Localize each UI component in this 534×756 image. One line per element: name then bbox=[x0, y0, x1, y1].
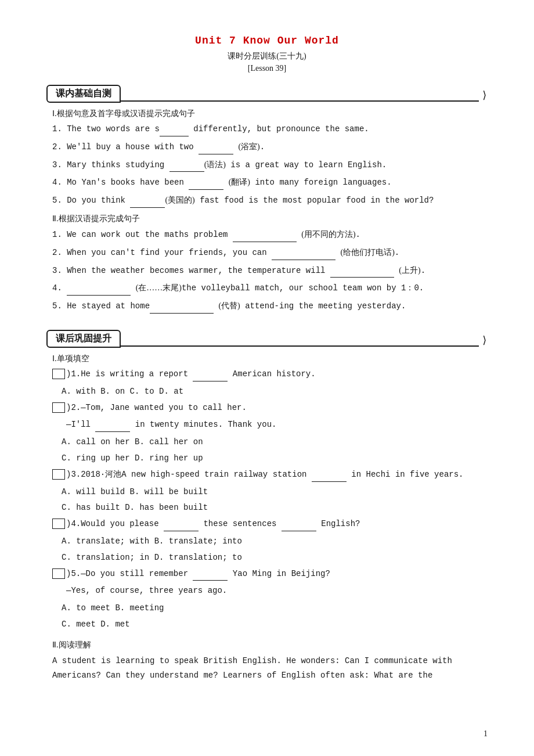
single-item5: )5.—Do you still remember Yao Ming in Be… bbox=[52, 567, 488, 581]
answer-box4[interactable] bbox=[52, 519, 65, 529]
partI-item1: 1. The two words are s differently, but … bbox=[52, 123, 488, 136]
partI-item3: 3. Mary thinks studying (语法) is a great … bbox=[52, 158, 488, 172]
blank1-4[interactable] bbox=[189, 182, 223, 190]
blank2-3[interactable] bbox=[330, 269, 394, 278]
blank-s4a[interactable] bbox=[164, 523, 199, 531]
single-item1: )1.He is writing a report American histo… bbox=[52, 368, 488, 381]
section1: 课内基础自测 ⟩ Ⅰ.根据句意及首字母或汉语提示完成句子 1. The two … bbox=[46, 85, 488, 314]
blank1-3[interactable] bbox=[169, 164, 204, 172]
options3a: A. will build B. will be built bbox=[52, 485, 488, 499]
partI-item4: 4. Mo Yan's books have been (翻译) into ma… bbox=[52, 175, 488, 190]
single-item2: )2.—Tom, Jane wanted you to call her. bbox=[52, 401, 488, 415]
options4a: A. translate; with B. translate; into bbox=[52, 535, 488, 549]
blank1-1[interactable] bbox=[160, 128, 189, 136]
single-item4: )4.Would you please these sentences Engl… bbox=[52, 517, 488, 531]
partI-item5: 5. Do you think (美国的) fast food is the m… bbox=[52, 193, 488, 208]
section2-underline bbox=[121, 345, 479, 347]
section2-arrow: ⟩ bbox=[481, 334, 488, 347]
options5b: C. meet D. met bbox=[52, 618, 488, 632]
partII-reading-label: Ⅱ.阅读理解 bbox=[52, 640, 488, 650]
partII-label: Ⅱ.根据汉语提示完成句子 bbox=[52, 214, 488, 224]
single-item3: )3.2018·河池A new high-speed train railway… bbox=[52, 468, 488, 482]
single-item2-sub: —I'll in twenty minutes. Thank you. bbox=[52, 418, 488, 432]
options3b: C. has built D. has been built bbox=[52, 501, 488, 515]
partII-item2: 2. When you can't find your friends, you… bbox=[52, 246, 488, 260]
partI-item2: 2. We'll buy a house with two (浴室). bbox=[52, 140, 488, 154]
partII-item5: 5. He stayed at home (代替) attend-ing the… bbox=[52, 299, 488, 314]
blank-s3[interactable] bbox=[312, 474, 347, 482]
blank2-2[interactable] bbox=[272, 252, 335, 260]
answer-box2[interactable] bbox=[52, 402, 65, 413]
blank-s1[interactable] bbox=[193, 373, 228, 381]
blank-s5[interactable] bbox=[193, 573, 228, 581]
section2: 课后巩固提升 ⟩ Ⅰ.单项填空 )1.He is writing a repor… bbox=[46, 330, 488, 683]
answer-box1[interactable] bbox=[52, 369, 65, 379]
section2-content: Ⅰ.单项填空 )1.He is writing a report America… bbox=[46, 354, 488, 683]
section1-content: Ⅰ.根据句意及首字母或汉语提示完成句子 1. The two words are… bbox=[46, 109, 488, 314]
blank2-1[interactable] bbox=[233, 234, 297, 242]
options5a: A. to meet B. meeting bbox=[52, 602, 488, 615]
blank-s2[interactable] bbox=[95, 424, 130, 432]
options2b: C. ring up her D. ring her up bbox=[52, 452, 488, 466]
page-number: 1 bbox=[484, 729, 488, 739]
blank1-5[interactable] bbox=[130, 200, 165, 208]
answer-box3[interactable] bbox=[52, 469, 65, 480]
options4b: C. translation; in D. translation; to bbox=[52, 551, 488, 565]
section2-header: 课后巩固提升 bbox=[46, 330, 121, 348]
partII-item1: 1. We can work out the maths problem (用不… bbox=[52, 228, 488, 242]
options1: A. with B. on C. to D. at bbox=[52, 385, 488, 399]
blank2-5[interactable] bbox=[150, 305, 214, 314]
partII-item4: 4. (在……末尾)the volleyball match, our scho… bbox=[52, 281, 488, 296]
reading-paragraph: A student is learning to speak British E… bbox=[52, 654, 488, 683]
section2-header-wrapper: 课后巩固提升 ⟩ bbox=[46, 330, 488, 348]
partI-label: Ⅰ.根据句意及首字母或汉语提示完成句子 bbox=[52, 109, 488, 119]
section1-header: 课内基础自测 bbox=[46, 85, 121, 103]
section1-arrow: ⟩ bbox=[481, 89, 488, 102]
section1-underline bbox=[121, 100, 479, 102]
partII-item3: 3. When the weather becomes warmer, the … bbox=[52, 264, 488, 278]
blank2-4[interactable] bbox=[67, 287, 131, 296]
partI-single-label: Ⅰ.单项填空 bbox=[52, 354, 488, 364]
blank-s4b[interactable] bbox=[282, 523, 316, 531]
subtitle: 课时分层训练(三十九) bbox=[46, 51, 488, 62]
answer-box5[interactable] bbox=[52, 568, 65, 579]
section1-header-wrapper: 课内基础自测 ⟩ bbox=[46, 85, 488, 103]
lesson-label: [Lesson 39] bbox=[46, 64, 488, 73]
page-title: Unit 7 Know Our World bbox=[46, 35, 488, 46]
options2a: A. call on her B. call her on bbox=[52, 435, 488, 449]
single-item5-sub: —Yes, of course, three years ago. bbox=[52, 584, 488, 598]
blank1-2[interactable] bbox=[199, 146, 233, 154]
